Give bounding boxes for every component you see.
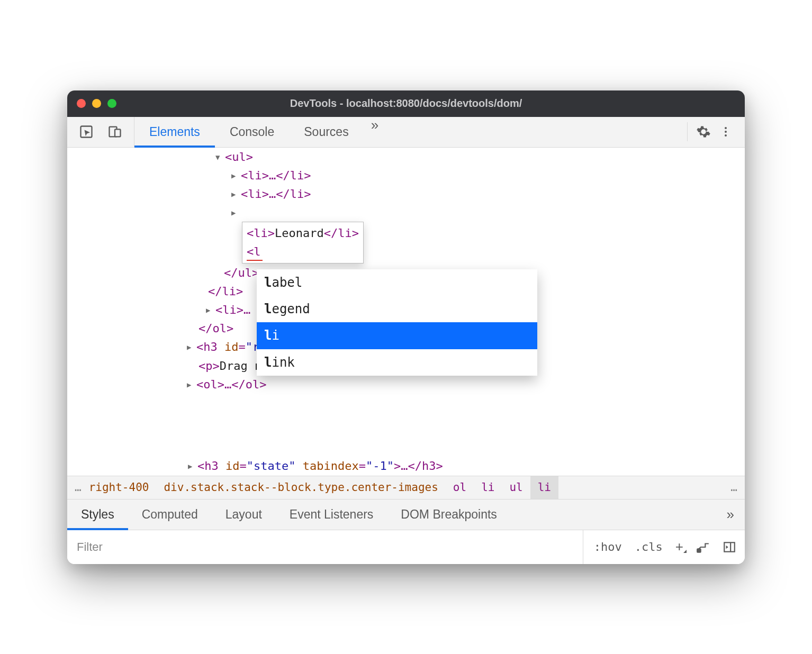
dom-node-h3[interactable]: ▶<h3 id="state" tabindex="-1">…</h3> [67, 457, 448, 475]
toolbar-left-group [67, 117, 134, 147]
autocomplete-popup: label legend li link [257, 269, 537, 376]
breadcrumb-ol[interactable]: ol [446, 476, 474, 499]
toolbar-right-group [684, 117, 745, 147]
tab-console[interactable]: Console [215, 117, 289, 147]
computed-sidebar-toggle-icon[interactable] [723, 540, 736, 554]
autocomplete-item-li[interactable]: li [257, 322, 537, 349]
breadcrumb-overflow-right[interactable]: … [723, 476, 745, 499]
styles-tab-styles[interactable]: Styles [67, 499, 128, 530]
dom-node-li[interactable]: ▶<li>…</li> [67, 185, 745, 203]
main-toolbar: Elements Console Sources » [67, 117, 745, 148]
window-controls [77, 99, 116, 108]
styles-tabs-overflow-icon[interactable]: » [716, 499, 745, 530]
breadcrumb-bar: … right-400 div.stack.stack--block.type.… [67, 476, 745, 499]
styles-tab-layout[interactable]: Layout [212, 499, 276, 530]
styles-filter-bar: :hov .cls + [67, 530, 745, 564]
devtools-window: DevTools - localhost:8080/docs/devtools/… [67, 90, 745, 564]
svg-point-3 [725, 127, 727, 129]
breadcrumb-li-active[interactable]: li [530, 476, 558, 499]
styles-tab-dom-breakpoints[interactable]: DOM Breakpoints [387, 499, 511, 530]
svg-rect-2 [115, 129, 121, 137]
svg-point-4 [725, 131, 727, 133]
inspect-element-icon[interactable] [77, 122, 96, 141]
breadcrumb-partial[interactable]: right-400 [89, 476, 157, 499]
edit-html-box[interactable]: <li><li>Leonard</li>Leonard</li> <l [242, 222, 364, 263]
caret-underline [247, 260, 263, 261]
maximize-window-button[interactable] [107, 99, 116, 108]
breadcrumb-div[interactable]: div.stack.stack--block.type.center-image… [156, 476, 445, 499]
autocomplete-item-link[interactable]: link [257, 349, 537, 376]
tab-elements[interactable]: Elements [134, 117, 215, 147]
styles-tab-event-listeners[interactable]: Event Listeners [276, 499, 387, 530]
toggle-hov-button[interactable]: :hov [594, 540, 622, 553]
settings-icon[interactable] [694, 122, 713, 141]
kebab-menu-icon[interactable] [716, 122, 735, 141]
svg-rect-7 [724, 542, 735, 551]
styles-filter-input[interactable] [67, 530, 583, 564]
dom-node-li-editing[interactable]: ▶ [67, 203, 745, 222]
tab-sources[interactable]: Sources [289, 117, 363, 147]
svg-rect-6 [697, 549, 701, 552]
tabs-overflow-icon[interactable]: » [364, 117, 386, 147]
breadcrumb-li[interactable]: li [474, 476, 502, 499]
titlebar: DevTools - localhost:8080/docs/devtools/… [67, 90, 745, 117]
dom-node-li[interactable]: ▶<li>…</li> [67, 166, 745, 185]
styles-tabs: Styles Computed Layout Event Listeners D… [67, 499, 745, 530]
dom-node-ol[interactable]: ▶<ol>…</ol> [67, 375, 745, 394]
close-window-button[interactable] [77, 99, 86, 108]
divider [687, 122, 688, 141]
paint-flash-icon[interactable] [696, 540, 710, 554]
dom-node-ul[interactable]: ▼<ul> [67, 148, 745, 166]
styles-filter-actions: :hov .cls + [583, 530, 736, 564]
breadcrumb-overflow-left[interactable]: … [67, 476, 89, 499]
styles-tab-computed[interactable]: Computed [128, 499, 212, 530]
new-style-rule-button[interactable]: + [675, 539, 683, 555]
window-title: DevTools - localhost:8080/docs/devtools/… [67, 97, 745, 110]
autocomplete-item-legend[interactable]: legend [257, 296, 537, 322]
elements-panel[interactable]: ▼<ul> ▶<li>…</li> ▶<li>…</li> ▶ <li><li>… [67, 148, 745, 476]
device-toolbar-icon[interactable] [105, 122, 124, 141]
autocomplete-item-label[interactable]: label [257, 269, 537, 296]
minimize-window-button[interactable] [92, 99, 101, 108]
breadcrumb-ul[interactable]: ul [502, 476, 530, 499]
toggle-cls-button[interactable]: .cls [635, 540, 663, 553]
main-tabs: Elements Console Sources » [134, 117, 386, 147]
svg-point-5 [725, 134, 727, 137]
